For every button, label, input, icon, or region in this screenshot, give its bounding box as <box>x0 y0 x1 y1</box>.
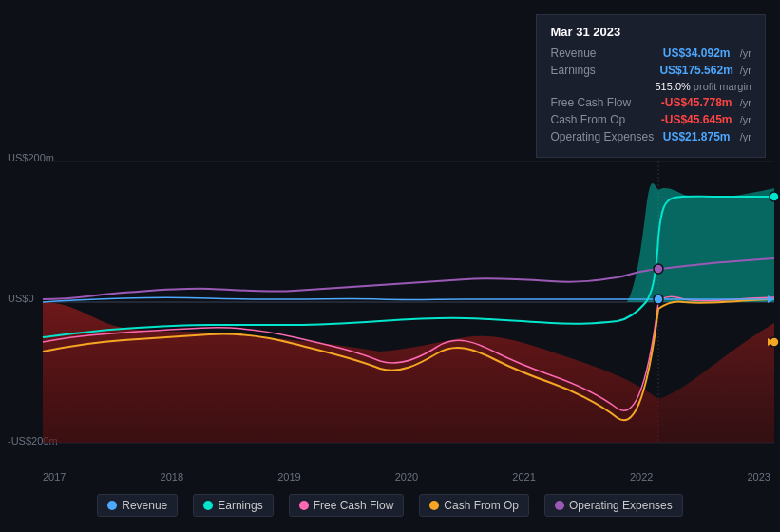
legend-label-opex: Operating Expenses <box>569 499 673 512</box>
tooltip-unit-cashop: /yr <box>740 114 751 125</box>
tooltip-unit-fcf: /yr <box>740 97 751 108</box>
x-label-2019: 2019 <box>277 471 300 483</box>
legend-dot-opex <box>555 501 564 510</box>
svg-point-6 <box>770 192 779 201</box>
x-label-2022: 2022 <box>630 471 653 483</box>
tooltip-unit-opex: /yr <box>740 131 751 142</box>
tooltip-value-cashop: -US$45.645m <box>661 113 732 126</box>
legend-dot-revenue <box>107 501 117 510</box>
legend-item-earnings[interactable]: Earnings <box>193 494 273 517</box>
legend-label-fcf: Free Cash Flow <box>314 499 394 512</box>
legend-item-cashop[interactable]: Cash From Op <box>419 494 529 517</box>
x-label-2020: 2020 <box>395 471 418 483</box>
legend-item-opex[interactable]: Operating Expenses <box>544 494 683 517</box>
x-label-2021: 2021 <box>512 471 535 483</box>
x-label-2018: 2018 <box>161 471 183 483</box>
legend-label-cashop: Cash From Op <box>444 499 519 512</box>
tooltip-unit-earnings: /yr <box>740 65 751 76</box>
tooltip-label-cashop: Cash From Op <box>550 113 655 126</box>
svg-point-4 <box>654 294 663 304</box>
legend-dot-cashop <box>429 501 439 510</box>
data-tooltip: Mar 31 2023 Revenue US$34.092m /yr Earni… <box>536 14 766 158</box>
tooltip-value-revenue: US$34.092m <box>663 47 731 60</box>
svg-point-5 <box>654 264 663 274</box>
x-label-2017: 2017 <box>43 471 66 483</box>
tooltip-label-earnings: Earnings <box>550 64 655 77</box>
x-axis: 2017 2018 2019 2020 2021 2022 2023 <box>43 471 770 483</box>
tooltip-date: Mar 31 2023 <box>550 25 751 39</box>
tooltip-label-opex: Operating Expenses <box>550 130 655 143</box>
tooltip-row-revenue: Revenue US$34.092m /yr <box>550 47 751 60</box>
tooltip-row-earnings: Earnings US$175.562m /yr <box>550 64 751 77</box>
legend-dot-earnings <box>203 501 213 510</box>
legend-item-revenue[interactable]: Revenue <box>97 494 178 517</box>
x-label-2023: 2023 <box>747 471 770 483</box>
tooltip-value-margin: 515.0% profit margin <box>655 81 751 92</box>
legend-label-earnings: Earnings <box>218 499 262 512</box>
tooltip-label-fcf: Free Cash Flow <box>550 96 655 109</box>
tooltip-row-opex: Operating Expenses US$21.875m /yr <box>550 130 751 143</box>
chart-legend: Revenue Earnings Free Cash Flow Cash Fro… <box>0 488 780 522</box>
tooltip-label-revenue: Revenue <box>550 47 655 60</box>
tooltip-row-margin: 515.0% profit margin <box>550 81 751 92</box>
legend-item-fcf[interactable]: Free Cash Flow <box>289 494 405 517</box>
tooltip-value-opex: US$21.875m <box>663 130 731 143</box>
legend-label-revenue: Revenue <box>122 499 167 512</box>
tooltip-value-earnings: US$175.562m <box>659 64 732 77</box>
tooltip-row-cashop: Cash From Op -US$45.645m /yr <box>550 113 751 126</box>
legend-dot-fcf <box>299 501 309 510</box>
tooltip-value-fcf: -US$45.778m <box>661 96 732 109</box>
tooltip-unit-revenue: /yr <box>740 48 751 59</box>
tooltip-row-fcf: Free Cash Flow -US$45.778m /yr <box>550 96 751 109</box>
